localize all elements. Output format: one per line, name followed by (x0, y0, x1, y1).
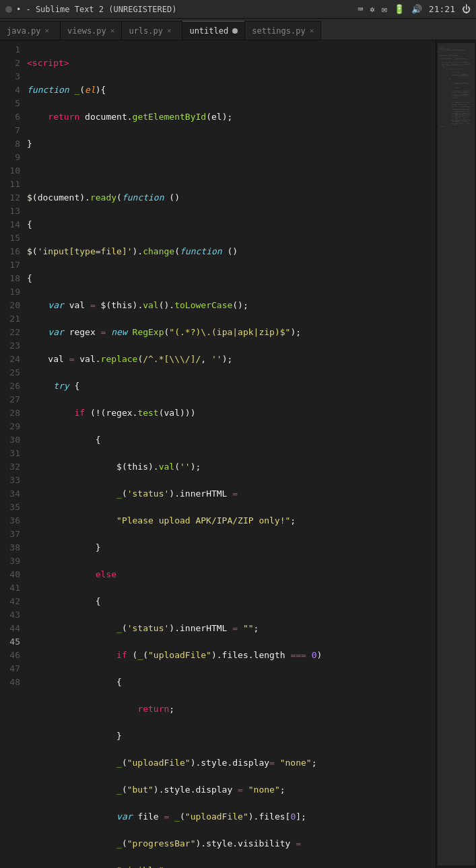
titlebar: • - Sublime Text 2 (UNREGISTERED) ⌨ ✲ ✉ … (0, 0, 476, 19)
battery-icon: 🔋 (394, 4, 405, 14)
ln-45: 45 (0, 635, 20, 649)
code-line-5 (27, 164, 436, 178)
tab-label: views.py (67, 26, 106, 36)
code-line-9: { (27, 272, 436, 285)
line-numbers: 1 2 3 4 5 6 7 8 9 10 11 12 13 14 15 16 1… (0, 40, 24, 868)
ln-40: 40 (0, 568, 20, 581)
code-line-27: _("uploadFile").style.display= "none"; (27, 756, 436, 770)
ln-17: 17 (0, 258, 20, 272)
code-line-11: var regex = new RegExp("(.*?)\.(ipa|apk|… (27, 326, 436, 339)
ln-44: 44 (0, 622, 20, 635)
code-line-2: function _(el){ (27, 83, 436, 97)
code-line-13: try { (27, 379, 436, 393)
tab-close-icon[interactable]: ✕ (310, 26, 314, 35)
ln-46: 46 (0, 649, 20, 662)
ln-34: 34 (0, 487, 20, 501)
code-line-19: } (27, 541, 436, 554)
ln-37: 37 (0, 528, 20, 541)
tab-views-py[interactable]: views.py ✕ (61, 21, 122, 40)
tab-close-icon[interactable]: ✕ (45, 26, 50, 35)
ln-30: 30 (0, 433, 20, 447)
code-line-14: if (!(regex.test(val))) (27, 406, 436, 420)
ln-6: 6 (0, 110, 20, 124)
code-area[interactable]: 1 2 3 4 5 6 7 8 9 10 11 12 13 14 15 16 1… (0, 40, 436, 868)
ln-9: 9 (0, 151, 20, 164)
ln-36: 36 (0, 514, 20, 528)
tab-java-py[interactable]: java.py ✕ (0, 21, 61, 40)
window-dot (5, 6, 12, 13)
code-line-30: _("progressBar").style.visibility = (27, 837, 436, 851)
code-line-15: { (27, 433, 436, 447)
editor-wrapper: 1 2 3 4 5 6 7 8 9 10 11 12 13 14 15 16 1… (0, 40, 476, 868)
ln-18: 18 (0, 272, 20, 285)
ln-27: 27 (0, 393, 20, 406)
ln-15: 15 (0, 231, 20, 245)
ln-8: 8 (0, 137, 20, 151)
titlebar-left: • - Sublime Text 2 (UNREGISTERED) (5, 5, 176, 14)
code-line-29: var file = _("uploadFile").files[0]; (27, 810, 436, 824)
ln-4: 4 (0, 83, 20, 97)
tab-urls-py[interactable]: urls.py ✕ (122, 21, 182, 40)
code-line-17: _('status').innerHTML = (27, 487, 436, 501)
code-line-3: return document.getElementById(el); (27, 110, 436, 124)
ln-43: 43 (0, 608, 20, 622)
code-line-25: return; (27, 702, 436, 716)
ln-19: 19 (0, 285, 20, 299)
code-line-7: { (27, 218, 436, 231)
ln-23: 23 (0, 339, 20, 353)
code-line-6: $(document).ready(function () (27, 191, 436, 205)
titlebar-right: ⌨ ✲ ✉ 🔋 🔊 21:21 ⏻ (358, 4, 471, 14)
tab-label: settings.py (252, 26, 305, 36)
ln-33: 33 (0, 474, 20, 487)
ln-21: 21 (0, 312, 20, 326)
unsaved-dot (232, 28, 238, 34)
tab-untitled[interactable]: untitled (182, 21, 245, 40)
code-line-16: $(this).val(''); (27, 460, 436, 474)
ln-31: 31 (0, 447, 20, 460)
code-line-12: val = val.replace(/^.*[\\\/]/, ''); (27, 353, 436, 366)
ln-14: 14 (0, 218, 20, 231)
code-line-10: var val = $(this).val().toLowerCase(); (27, 299, 436, 312)
ln-26: 26 (0, 379, 20, 393)
titlebar-title: • - Sublime Text 2 (UNREGISTERED) (16, 5, 176, 14)
tab-label: urls.py (129, 26, 163, 36)
ln-38: 38 (0, 541, 20, 554)
ln-13: 13 (0, 205, 20, 218)
ln-39: 39 (0, 554, 20, 568)
ln-24: 24 (0, 353, 20, 366)
mail-icon: ✉ (382, 4, 387, 14)
ln-47: 47 (0, 662, 20, 676)
code-line-8: $('input[type=file]').change(function () (27, 245, 436, 258)
ln-1: 1 (0, 43, 20, 57)
minimap: <script> function _(el){ return document… (436, 40, 476, 868)
code-line-24: { (27, 676, 436, 689)
code-line-21: { (27, 595, 436, 608)
ln-5: 5 (0, 97, 20, 110)
ln-2: 2 (0, 57, 20, 70)
code-line-4: } (27, 137, 436, 151)
ln-25: 25 (0, 366, 20, 379)
code-line-20: else (27, 568, 436, 581)
code-line-22: _('status').innerHTML = ""; (27, 622, 436, 635)
code-content[interactable]: <script> function _(el){ return document… (24, 40, 436, 868)
ln-29: 29 (0, 420, 20, 433)
ln-22: 22 (0, 326, 20, 339)
code-line-31: "visible"; (27, 864, 436, 868)
tab-close-icon[interactable]: ✕ (110, 26, 115, 35)
tabbar: java.py ✕ views.py ✕ urls.py ✕ untitled … (0, 19, 476, 40)
ln-32: 32 (0, 460, 20, 474)
clock: 21:21 (429, 4, 455, 14)
tab-close-icon[interactable]: ✕ (167, 26, 172, 35)
tab-settings-py[interactable]: settings.py ✕ (245, 21, 321, 40)
power-icon: ⏻ (462, 4, 471, 14)
tab-label: untitled (189, 26, 228, 36)
ln-16: 16 (0, 245, 20, 258)
ln-3: 3 (0, 70, 20, 83)
ln-35: 35 (0, 501, 20, 514)
ln-41: 41 (0, 581, 20, 595)
volume-icon: 🔊 (411, 4, 422, 14)
ln-20: 20 (0, 299, 20, 312)
ln-11: 11 (0, 178, 20, 191)
ln-10: 10 (0, 164, 20, 178)
bluetooth-icon: ✲ (370, 4, 375, 14)
